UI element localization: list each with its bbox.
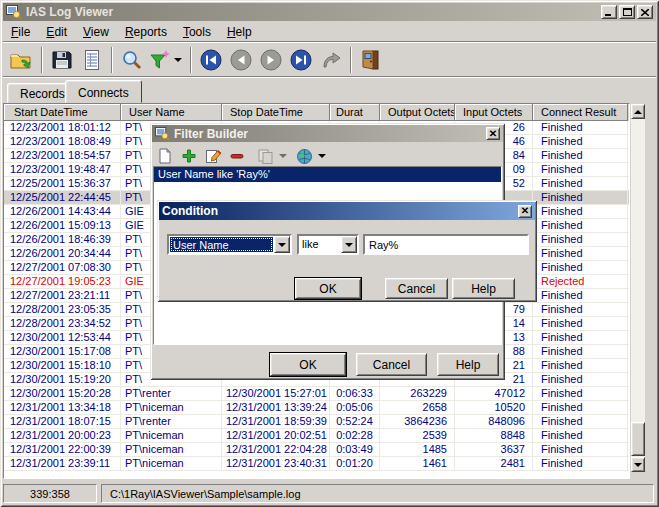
first-record-button[interactable] bbox=[196, 45, 226, 75]
col-user-name[interactable]: User Name bbox=[121, 104, 222, 121]
cell-start: 12/30/2001 15:17:08 bbox=[4, 345, 121, 358]
col-duration[interactable]: Durat bbox=[330, 104, 380, 121]
last-record-button[interactable] bbox=[286, 45, 316, 75]
open-log-button[interactable] bbox=[7, 45, 37, 75]
scroll-down-button[interactable] bbox=[631, 457, 645, 472]
filter-builder-title-bar: Filter Builder ✕ bbox=[152, 125, 503, 142]
cell-durat: 0:01:20 bbox=[330, 457, 380, 470]
vertical-scrollbar[interactable] bbox=[630, 103, 646, 473]
scrollbar-thumb[interactable] bbox=[631, 422, 645, 456]
menu-edit[interactable]: Edit bbox=[38, 23, 75, 41]
add-condition-button[interactable] bbox=[178, 145, 200, 167]
copy-filter-caret[interactable] bbox=[279, 154, 287, 158]
field-select[interactable]: User Name bbox=[167, 234, 292, 255]
menu-view[interactable]: View bbox=[75, 23, 117, 41]
cell-user: PT\niceman bbox=[121, 457, 222, 470]
window-title: IAS Log Viewer bbox=[26, 5, 599, 19]
cell-start: 12/27/2001 07:08:30 bbox=[4, 261, 121, 274]
next-record-button[interactable] bbox=[256, 45, 286, 75]
edit-condition-button[interactable] bbox=[202, 145, 224, 167]
table-row[interactable]: 12/30/2001 15:20:28PT\renter12/30/2001 1… bbox=[4, 387, 629, 401]
menu-help[interactable]: Help bbox=[219, 23, 260, 41]
new-filter-button[interactable] bbox=[154, 145, 176, 167]
report-button[interactable] bbox=[77, 45, 107, 75]
prev-record-button[interactable] bbox=[226, 45, 256, 75]
scroll-up-button[interactable] bbox=[631, 104, 645, 119]
cell-inp: 2481 bbox=[455, 457, 533, 470]
remove-condition-button[interactable] bbox=[226, 145, 248, 167]
col-stop-datetime[interactable]: Stop DateTime bbox=[222, 104, 330, 121]
close-button[interactable] bbox=[637, 5, 653, 19]
filter-builder-toolbar bbox=[154, 144, 501, 168]
report-document-icon bbox=[81, 49, 103, 71]
menu-bar: File Edit View Reports Tools Help bbox=[3, 22, 656, 41]
cell-stop: 12/30/2001 15:27:01 bbox=[222, 387, 330, 400]
operator-select-arrow[interactable] bbox=[341, 236, 357, 253]
filter-builder-ok-button[interactable]: OK bbox=[270, 353, 346, 376]
file-path-panel: C:\1Ray\IASViewer\Sample\sample.log bbox=[101, 484, 654, 503]
filter-builder-cancel-button[interactable]: Cancel bbox=[356, 353, 427, 376]
cell-durat: 0:05:06 bbox=[330, 401, 380, 414]
filter-expression-item[interactable]: User Name like 'Ray%' bbox=[154, 167, 501, 182]
cell-stop: 12/31/2001 20:02:51 bbox=[222, 429, 330, 442]
table-row[interactable]: 12/31/2001 23:39:11PT\niceman12/31/2001 … bbox=[4, 457, 629, 471]
cell-start: 12/31/2001 18:07:15 bbox=[4, 415, 121, 428]
cell-start: 12/25/2001 22:44:45 bbox=[4, 191, 121, 204]
col-input-octets[interactable]: Input Octets bbox=[455, 104, 533, 121]
chevron-down-icon bbox=[278, 243, 286, 247]
tab-connects[interactable]: Connects bbox=[65, 80, 142, 103]
condition-help-button[interactable]: Help bbox=[452, 278, 515, 299]
toolbar-separator bbox=[190, 47, 192, 73]
menu-tools[interactable]: Tools bbox=[175, 23, 219, 41]
filter-dropdown-caret[interactable] bbox=[174, 58, 182, 62]
maximize-button[interactable] bbox=[619, 5, 635, 19]
filter-button[interactable] bbox=[147, 45, 173, 75]
condition-cancel-button[interactable]: Cancel bbox=[385, 278, 448, 299]
condition-dialog: Condition ✕ User Name like OK Cancel Hel… bbox=[157, 200, 537, 302]
cell-start: 12/27/2001 19:05:23 bbox=[4, 275, 121, 288]
table-row[interactable]: 12/31/2001 18:07:15PT\renter12/31/2001 1… bbox=[4, 415, 629, 429]
arrow-down-icon bbox=[634, 463, 642, 467]
load-filter-button[interactable] bbox=[293, 145, 315, 167]
load-filter-caret[interactable] bbox=[318, 154, 326, 158]
table-row[interactable]: 12/31/2001 13:34:18PT\niceman12/31/2001 … bbox=[4, 401, 629, 415]
cell-start: 12/25/2001 15:36:37 bbox=[4, 177, 121, 190]
cell-start: 12/26/2001 18:46:39 bbox=[4, 233, 121, 246]
table-row[interactable]: 12/31/2001 22:00:39PT\niceman12/31/2001 … bbox=[4, 443, 629, 457]
value-input[interactable] bbox=[363, 234, 529, 255]
filter-builder-help-button[interactable]: Help bbox=[437, 353, 499, 376]
search-icon bbox=[121, 49, 143, 71]
col-start-datetime[interactable]: Start DateTime bbox=[4, 104, 121, 121]
filter-builder-close-button[interactable]: ✕ bbox=[486, 127, 500, 140]
cell-start: 12/31/2001 22:00:39 bbox=[4, 443, 121, 456]
cell-user: PT\renter bbox=[121, 415, 222, 428]
menu-file[interactable]: File bbox=[3, 23, 38, 41]
table-row[interactable]: 12/31/2001 20:00:23PT\niceman12/31/2001 … bbox=[4, 429, 629, 443]
operator-select[interactable]: like bbox=[297, 234, 359, 255]
record-position-panel: 339:358 bbox=[3, 484, 97, 503]
filter-builder-title: Filter Builder bbox=[174, 127, 486, 141]
condition-ok-button[interactable]: OK bbox=[295, 278, 361, 299]
goto-record-button[interactable] bbox=[316, 45, 346, 75]
cell-result: Finished bbox=[533, 359, 628, 372]
next-record-icon bbox=[259, 48, 283, 72]
condition-close-button[interactable]: ✕ bbox=[518, 205, 532, 218]
cell-durat: 0:03:49 bbox=[330, 443, 380, 456]
cell-start: 12/23/2001 18:08:49 bbox=[4, 135, 121, 148]
menu-reports[interactable]: Reports bbox=[117, 23, 175, 41]
cell-result: Finished bbox=[533, 247, 628, 260]
load-filter-globe-icon bbox=[296, 148, 313, 165]
tab-bar: Records Connects bbox=[3, 77, 656, 103]
col-output-octets[interactable]: Output Octets bbox=[380, 104, 455, 121]
save-button[interactable] bbox=[47, 45, 77, 75]
cell-result: Finished bbox=[533, 177, 628, 190]
field-select-arrow[interactable] bbox=[274, 236, 290, 253]
cell-result: Finished bbox=[533, 345, 628, 358]
minimize-button[interactable] bbox=[601, 5, 617, 19]
exit-button[interactable] bbox=[356, 45, 386, 75]
copy-filter-button[interactable] bbox=[254, 145, 276, 167]
col-connect-result[interactable]: Connect Result bbox=[533, 104, 628, 121]
cell-start: 12/31/2001 23:39:11 bbox=[4, 457, 121, 470]
search-button[interactable] bbox=[117, 45, 147, 75]
cell-result: Finished bbox=[533, 331, 628, 344]
